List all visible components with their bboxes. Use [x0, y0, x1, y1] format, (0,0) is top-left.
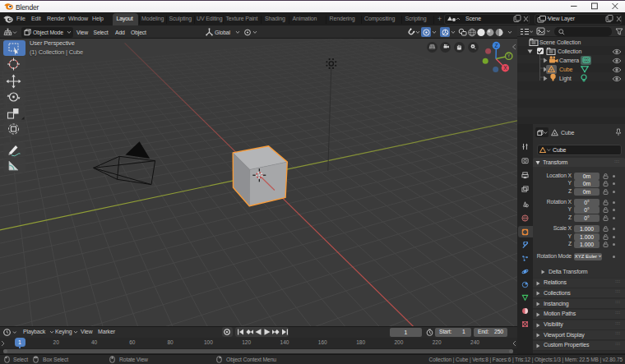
- svg-text:Y: Y: [507, 53, 512, 58]
- svg-text:Z: Z: [494, 43, 498, 48]
- svg-text:X: X: [503, 65, 507, 71]
